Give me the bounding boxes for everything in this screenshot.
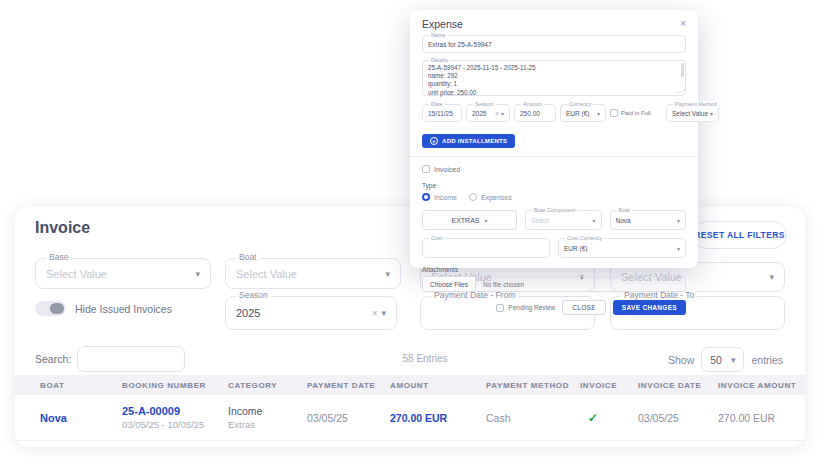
boat-component-value: Select [531,217,590,224]
payment-date-to-label: Payment Date - To [621,291,697,300]
add-installments-button[interactable]: + ADD INSTALLMENTS [422,134,515,148]
search-label: Search: [35,353,71,365]
table-header-row: BOAT BOOKING NUMBER CATEGORY PAYMENT DAT… [15,375,805,395]
paid-in-full-checkbox[interactable] [610,109,618,117]
invoiced-label: Invoiced [434,166,460,173]
details-textarea[interactable]: Details 25-A-59947 - 2025-11-15 - 2025-1… [422,60,686,96]
invoice-check-icon: ✓ [580,411,638,425]
type-income-radio[interactable]: Income [422,193,457,201]
column-header-invoice-amount: INVOICE AMOUNT [718,381,805,390]
expense-modal: Expense × Name Extras for 25-A-59947 Det… [410,10,698,268]
category-extras-button[interactable]: EXTRAS ▾ [422,210,517,230]
search-input[interactable] [77,346,185,372]
filter-boat-select[interactable]: Boat Select Value▾ [225,258,401,289]
column-header-category: CATEGORY [228,381,307,390]
currency-value: EUR (€) [566,110,595,117]
filter-boat-value: Select Value [236,268,381,280]
close-icon[interactable]: × [680,19,686,29]
invoiced-option: Invoiced [422,165,686,173]
hide-issued-label: Hide Issued Invoices [75,303,172,315]
season-value: 2025 [472,110,493,117]
row-booking-number-link[interactable]: 25-A-00009 [122,405,180,417]
chevron-down-icon: ▾ [501,110,504,117]
cost-field[interactable]: Cost [422,238,550,258]
invoiced-checkbox[interactable] [422,165,430,173]
paid-in-full-label: Paid in Full [621,110,651,116]
file-input[interactable]: Choose Files No file chosen [422,276,686,292]
filter-season-select[interactable]: Season 2025×▾ [225,296,397,330]
clear-icon[interactable]: × [372,308,378,319]
payment-method-select[interactable]: Payment Method Select Value▾ [666,104,719,122]
show-label: Show [668,354,694,366]
boat-component-select[interactable]: Boat Component Select▾ [525,210,602,230]
save-changes-button[interactable]: SAVE CHANGES [613,300,686,315]
modal-title: Expense [422,18,463,30]
page-size-value: 50 [710,354,722,366]
row-invoice-date: 03/05/25 [638,412,718,424]
pending-review-checkbox[interactable] [496,304,504,312]
filter-season-label: Season [236,291,271,300]
file-status: No file chosen [476,281,531,288]
boat-select[interactable]: Boat Nova▾ [610,210,687,230]
hide-issued-toggle-row: Hide Issued Invoices [35,301,172,316]
details-label: Details [429,57,450,63]
radio-unselected-icon [469,193,477,201]
reset-all-filters-button[interactable]: RESET ALL FILTERS [692,221,787,249]
chevron-down-icon: ▾ [677,245,680,252]
name-label: Name [429,32,448,38]
filter-base-value: Select Value [46,268,191,280]
paid-in-full-option: Paid in Full [610,104,662,122]
show-entries-group: Show 50 ▾ entries [668,347,783,372]
chevron-down-icon: ▾ [485,217,488,224]
row-payment-date: 03/05/25 [307,412,390,424]
screen: Invoice Base Select Value▾ Boat Select V… [0,0,821,457]
clear-icon[interactable]: × [495,110,499,117]
hide-issued-toggle[interactable] [35,301,66,316]
currency-select[interactable]: Currency EUR (€)▾ [560,104,606,122]
row-category-sub: Extras [228,419,307,430]
page-size-select[interactable]: 50 ▾ [701,347,744,372]
toggle-knob [50,303,64,314]
column-header-booking-number: BOOKING NUMBER [122,381,228,390]
chevron-down-icon: ▾ [597,110,600,117]
textarea-scrollbar[interactable] [681,63,684,77]
season-select[interactable]: Season 2025×▾ [466,104,510,122]
amount-value: 250.00 [520,110,550,117]
column-header-invoice: INVOICE [580,381,638,390]
chevron-down-icon: ▾ [381,308,386,318]
chevron-down-icon: ▾ [195,269,200,279]
row-category-main: Income [228,405,307,417]
choose-files-button[interactable]: Choose Files [423,277,476,291]
filter-base-select[interactable]: Base Select Value▾ [35,258,211,289]
chevron-down-icon: ▾ [731,355,736,365]
entries-label: entries [751,354,783,366]
date-field[interactable]: Date 15/11/25 [422,104,462,122]
amount-field[interactable]: Amount 250.00 [514,104,556,122]
chevron-down-icon: ▾ [769,272,774,282]
chevron-down-icon: ▾ [592,217,595,224]
entries-count: 58 Entries [370,353,480,364]
cost-currency-value: EUR (€) [564,245,675,252]
close-button[interactable]: CLOSE [562,300,606,315]
name-field[interactable]: Name Extras for 25-A-59947 [422,35,686,53]
date-value: 15/11/25 [428,110,456,117]
table-row[interactable]: Nova 25-A-00009 03/05/25 - 10/05/25 Inco… [15,395,805,441]
details-value: 25-A-59947 - 2025-11-15 - 2025-11-25 nam… [423,61,685,97]
chevron-down-icon: ▾ [385,269,390,279]
name-value: Extras for 25-A-59947 [428,41,680,48]
row-boat-link[interactable]: Nova [40,412,122,424]
filter-boat-label: Boat [236,253,260,262]
payment-method-value: Select Value [672,110,708,117]
pending-review-label: Pending Review [508,304,555,311]
column-header-amount: AMOUNT [390,381,486,390]
payment-date-from-label: Payment Date - From [431,291,518,300]
cost-currency-select[interactable]: Cost Currency EUR (€)▾ [558,238,686,258]
page-title: Invoice [35,219,90,237]
attachments-label: Attachments [422,266,686,273]
row-amount: 270.00 EUR [390,412,486,424]
chevron-down-icon: ▾ [677,217,680,224]
row-booking-dates: 03/05/25 - 10/05/25 [122,419,228,430]
row-invoice-amount: 270.00 EUR [718,412,805,424]
filter-base-label: Base [46,253,71,262]
type-expenses-radio[interactable]: Expenses [469,193,512,201]
